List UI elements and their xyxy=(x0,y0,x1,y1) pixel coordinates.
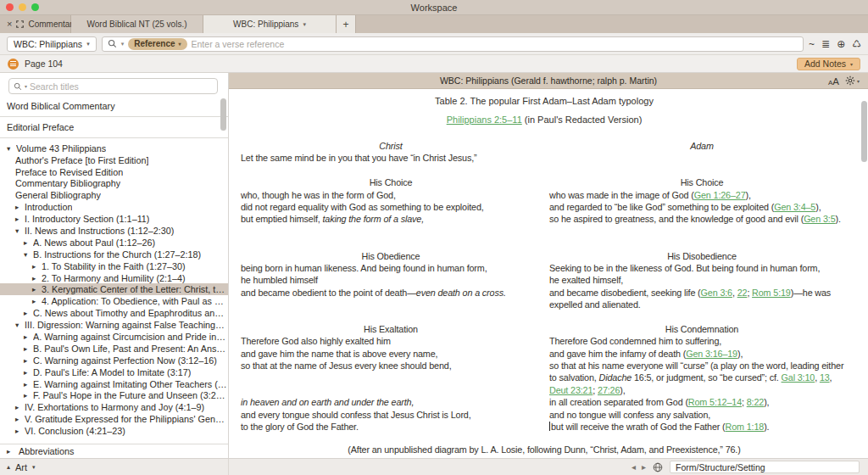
expand-icon[interactable]: ▸ xyxy=(15,427,25,435)
toc-search-input[interactable]: ▾ Search titles xyxy=(8,78,218,94)
sidebar-item[interactable]: ▸I. Introductory Section (1:1–11) xyxy=(0,213,228,225)
expand-icon[interactable]: ▸ xyxy=(32,285,42,293)
sidebar-item-abbreviations[interactable]: ▸ Abbreviations xyxy=(0,444,228,458)
scripture-link[interactable]: Gen 3:4–5 xyxy=(774,202,815,212)
column-heading: His Choice xyxy=(241,176,541,188)
tab-wbc-philippians[interactable]: WBC: Philippians▾ xyxy=(203,15,337,33)
tilde-icon[interactable]: ~ xyxy=(809,38,815,50)
expand-icon[interactable]: ▸ xyxy=(24,356,33,365)
chevron-down-icon[interactable]: ▾ xyxy=(32,464,36,471)
collapse-icon[interactable]: ▾ xyxy=(24,250,33,259)
scripture-link[interactable]: 8:22 xyxy=(747,397,764,407)
sidebar-item[interactable]: ▸A. Warning against Circumcision and Pri… xyxy=(0,331,228,343)
chevron-down-icon[interactable]: ▾ xyxy=(121,41,125,48)
expand-icon[interactable]: ▸ xyxy=(24,332,33,341)
expand-icon[interactable]: ▸ xyxy=(15,203,25,211)
add-notes-button[interactable]: Add Notes▾ xyxy=(797,58,860,70)
book-page-icon[interactable] xyxy=(8,59,19,70)
expand-icon[interactable]: ▸ xyxy=(15,215,25,223)
scripture-link[interactable]: Gen 3:16–19 xyxy=(686,349,737,359)
collapse-up-icon[interactable]: ▴ xyxy=(7,463,10,471)
sidebar-item[interactable]: ▸C. News about Timothy and Epaphroditus … xyxy=(0,307,228,319)
scripture-link[interactable]: Gal 3:10 xyxy=(782,372,815,383)
scripture-link[interactable]: 22 xyxy=(737,288,748,298)
add-circle-icon[interactable]: ⊕ xyxy=(837,38,845,50)
close-panel-icon[interactable]: × xyxy=(7,20,12,29)
column-heading: His Obedience xyxy=(241,250,541,262)
tab-word-biblical-nt[interactable]: Word Biblical NT (25 vols.) xyxy=(71,15,203,33)
expand-icon[interactable]: ▸ xyxy=(24,391,33,400)
scripture-link[interactable]: 13 xyxy=(820,372,830,383)
sidebar-item[interactable]: ▸D. Paul's Life: A Model to Imitate (3:1… xyxy=(0,366,228,378)
globe-icon[interactable] xyxy=(653,462,663,472)
sidebar-item[interactable]: ▾Volume 43 Philippians xyxy=(0,142,228,154)
content-scrollbar-thumb[interactable] xyxy=(861,101,867,162)
verse-search-field[interactable]: ▾ Reference▾ Enter a verse reference xyxy=(102,36,804,52)
expand-icon[interactable]: ▸ xyxy=(32,274,42,282)
scripture-link[interactable]: Gen 1:26–27 xyxy=(694,190,746,200)
sidebar-item[interactable]: ▾III. Digression: Warning against False … xyxy=(0,319,228,331)
expand-icon[interactable]: ▸ xyxy=(24,344,33,353)
text-segment: in heaven and on earth and under the ear… xyxy=(241,397,414,407)
document-body[interactable]: Table 2. The popular First Adam–Last Ada… xyxy=(229,89,868,458)
section-breadcrumb[interactable]: Form/Structure/Setting xyxy=(670,461,860,473)
chevron-down-icon[interactable]: ▾ xyxy=(25,83,27,89)
sidebar-item[interactable]: General Bibliography xyxy=(0,189,228,201)
sidebar-item[interactable]: Word Biblical Commentary xyxy=(0,100,228,112)
sidebar-item[interactable]: ▸F. Paul's Hope in the Future and Unseen… xyxy=(0,389,228,401)
book-selector-button[interactable]: WBC: Philippians▾ xyxy=(7,36,97,52)
sidebar-item[interactable]: Preface to Revised Edition xyxy=(0,166,228,178)
sidebar-item[interactable]: ▸3. Kerygmatic Center of the Letter: Chr… xyxy=(0,283,228,295)
sidebar-scrollbar-thumb[interactable] xyxy=(220,98,226,131)
scripture-link[interactable]: Philippians 2:5–11 xyxy=(447,115,522,125)
expand-icon[interactable]: ▸ xyxy=(24,238,33,247)
expand-icon[interactable]: ▸ xyxy=(24,309,33,317)
outline-icon[interactable]: ≣ xyxy=(821,38,830,50)
titlebar: Workspace xyxy=(0,0,868,15)
new-tab-button[interactable]: + xyxy=(337,15,356,33)
scripture-link[interactable]: Rom 1:18 xyxy=(726,422,765,432)
scripture-link[interactable]: 27:26 xyxy=(598,385,620,395)
sidebar-item[interactable]: ▸V. Gratitude Expressed for the Philippi… xyxy=(0,413,228,425)
sidebar-item[interactable]: ▸Introduction xyxy=(0,201,228,213)
sidebar-item[interactable]: ▸IV. Exhortations to Harmony and Joy (4:… xyxy=(0,401,228,413)
expand-icon[interactable]: ▸ xyxy=(24,368,33,377)
sidebar-item[interactable]: ▸E. Warning against Imitating Other Teac… xyxy=(0,378,228,390)
sidebar-item[interactable]: ▸A. News about Paul (1:12–26) xyxy=(0,237,228,249)
scripture-link[interactable]: Rom 5:19 xyxy=(752,288,791,298)
collapse-icon[interactable]: ▾ xyxy=(15,321,25,329)
sidebar-item[interactable]: ▸C. Warning against Perfection Now (3:12… xyxy=(0,355,228,366)
chevron-down-icon: ▾ xyxy=(857,78,860,84)
text-size-control[interactable]: AA xyxy=(828,73,839,88)
expand-icon[interactable]: ▸ xyxy=(15,415,25,423)
sidebar-item[interactable]: ▸VI. Conclusion (4:21–23) xyxy=(0,425,228,437)
scripture-link[interactable]: Deut 23:21 xyxy=(549,385,593,395)
collapse-icon[interactable]: ▾ xyxy=(7,144,16,153)
chevron-down-icon[interactable]: ▾ xyxy=(303,21,306,28)
sidebar-item[interactable]: ▸2. To Harmony and Humility (2:1–4) xyxy=(0,272,228,284)
recycle-icon[interactable]: ♺ xyxy=(852,38,861,50)
sidebar-item[interactable]: ▸B. Paul's Own Life, Past and Present: A… xyxy=(0,343,228,355)
scripture-link[interactable]: Rom 5:12–14 xyxy=(688,397,742,407)
settings-control[interactable]: ▾ xyxy=(845,75,860,86)
expand-panel-icon[interactable] xyxy=(16,20,24,28)
sidebar-item[interactable]: ▾II. News and Instructions (1:12–2:30) xyxy=(0,225,228,237)
scripture-link[interactable]: Gen 3:5 xyxy=(804,214,835,224)
sidebar-item[interactable]: Commentary Bibliography xyxy=(0,177,228,189)
expand-icon[interactable]: ▸ xyxy=(7,447,16,455)
expand-icon[interactable]: ▸ xyxy=(32,297,42,305)
scripture-link[interactable]: Gen 3:6 xyxy=(701,288,732,298)
expand-icon[interactable]: ▸ xyxy=(32,262,42,271)
sidebar-item[interactable]: ▾B. Instructions for the Church (1:27–2:… xyxy=(0,249,228,260)
back-icon[interactable]: ◂ xyxy=(632,462,636,472)
sidebar-item[interactable]: Editorial Preface xyxy=(0,121,228,133)
collapse-icon[interactable]: ▾ xyxy=(15,226,25,235)
expand-icon[interactable]: ▸ xyxy=(24,380,33,388)
forward-icon[interactable]: ▸ xyxy=(642,462,646,472)
art-section-bar[interactable]: ▴ Art ▾ xyxy=(0,459,229,475)
sidebar-item[interactable]: ▸1. To Stability in the Faith (1:27–30) xyxy=(0,260,228,272)
sidebar-item[interactable]: Author's Preface [to First Edition] xyxy=(0,154,228,166)
reference-filter-pill[interactable]: Reference▾ xyxy=(128,38,186,50)
sidebar-item[interactable]: ▸4. Application: To Obedience, with Paul… xyxy=(0,295,228,307)
expand-icon[interactable]: ▸ xyxy=(15,403,25,411)
